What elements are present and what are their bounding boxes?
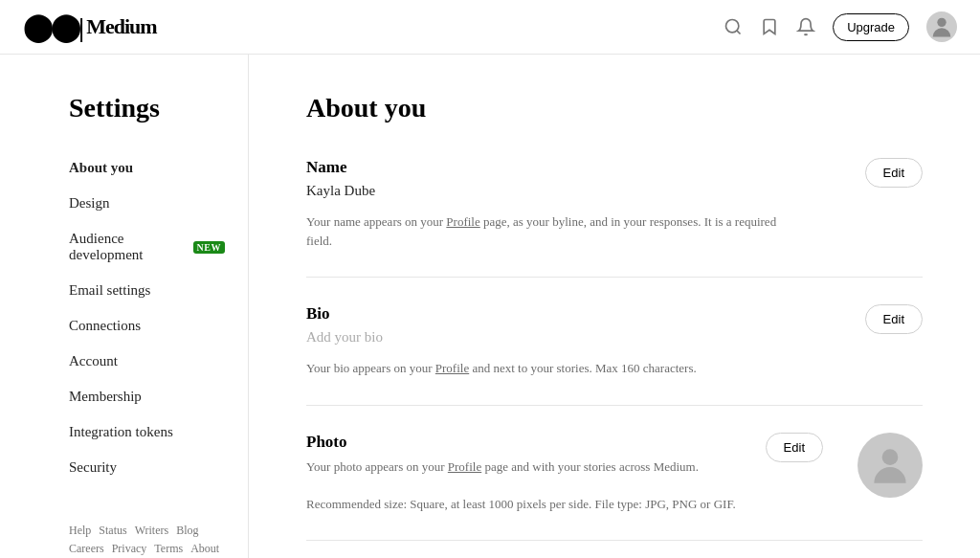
section-desc-photo: Your photo appears on your Profile page … bbox=[306, 458, 743, 514]
profile-link[interactable]: Profile bbox=[446, 214, 479, 229]
section-label-name: Name bbox=[306, 158, 785, 177]
footer-link-writers[interactable]: Writers bbox=[135, 524, 169, 538]
layout: Settings About youDesignAudience develop… bbox=[0, 55, 980, 558]
sidebar-item-design[interactable]: Design bbox=[69, 186, 225, 221]
logo[interactable]: ⬤⬤| Medium bbox=[23, 11, 157, 43]
sidebar-item-audience-development[interactable]: Audience developmentNew bbox=[69, 221, 225, 273]
sidebar-footer: HelpStatusWritersBlogCareersPrivacyTerms… bbox=[69, 504, 225, 556]
section-right-photo: Edit bbox=[743, 433, 923, 498]
header-right: Upgrade bbox=[724, 11, 957, 42]
sidebar-item-label: Connections bbox=[69, 318, 141, 334]
main-content: About you NameKayla DubeYour name appear… bbox=[249, 55, 980, 558]
footer-link-privacy[interactable]: Privacy bbox=[112, 542, 147, 556]
edit-button-photo[interactable]: Edit bbox=[766, 433, 823, 462]
footer-link-careers[interactable]: Careers bbox=[69, 542, 104, 556]
notification-icon[interactable] bbox=[796, 17, 815, 36]
edit-button-name[interactable]: Edit bbox=[865, 158, 923, 188]
search-icon[interactable] bbox=[724, 17, 743, 36]
footer-links: HelpStatusWritersBlogCareersPrivacyTerms… bbox=[69, 524, 225, 556]
edit-button-bio[interactable]: Edit bbox=[865, 304, 923, 334]
upgrade-button[interactable]: Upgrade bbox=[833, 13, 909, 41]
section-label-photo: Photo bbox=[306, 433, 743, 452]
profile-link[interactable]: Profile bbox=[448, 459, 481, 474]
sidebar-item-label: Security bbox=[69, 459, 117, 476]
bookmark-icon[interactable] bbox=[760, 17, 779, 36]
section-bio: BioAdd your bioYour bio appears on your … bbox=[306, 278, 923, 406]
logo-text: Medium bbox=[86, 14, 156, 39]
section-right-name: Edit bbox=[842, 158, 923, 188]
sidebar-item-membership[interactable]: Membership bbox=[69, 379, 225, 414]
section-desc-bio: Your bio appears on your Profile and nex… bbox=[306, 359, 785, 378]
footer-link-help[interactable]: Help bbox=[69, 524, 91, 538]
sidebar-nav: About youDesignAudience developmentNewEm… bbox=[69, 150, 225, 485]
sidebar-item-about-you[interactable]: About you bbox=[69, 150, 225, 186]
header: ⬤⬤| Medium Upgrade bbox=[0, 0, 980, 55]
page-title: About you bbox=[306, 93, 923, 123]
sidebar-item-account[interactable]: Account bbox=[69, 344, 225, 379]
sections-container: NameKayla DubeYour name appears on your … bbox=[306, 158, 923, 541]
footer-link-status[interactable]: Status bbox=[99, 524, 126, 538]
sidebar-item-email-settings[interactable]: Email settings bbox=[69, 273, 225, 308]
sidebar: Settings About youDesignAudience develop… bbox=[0, 55, 249, 558]
svg-point-0 bbox=[726, 20, 739, 33]
section-value-name: Kayla Dube bbox=[306, 183, 785, 199]
footer-link-terms[interactable]: Terms bbox=[154, 542, 183, 556]
photo-avatar bbox=[858, 433, 923, 498]
sidebar-item-label: Email settings bbox=[69, 282, 150, 299]
sidebar-item-label: About you bbox=[69, 160, 133, 176]
sidebar-item-label: Account bbox=[69, 353, 118, 369]
section-name: NameKayla DubeYour name appears on your … bbox=[306, 158, 923, 278]
sidebar-item-connections[interactable]: Connections bbox=[69, 308, 225, 344]
new-badge: New bbox=[193, 241, 225, 254]
sidebar-title: Settings bbox=[69, 93, 225, 123]
section-photo: PhotoYour photo appears on your Profile … bbox=[306, 406, 923, 542]
sidebar-item-label: Membership bbox=[69, 389, 142, 405]
sidebar-item-integration-tokens[interactable]: Integration tokens bbox=[69, 414, 225, 450]
sidebar-item-label: Integration tokens bbox=[69, 424, 173, 440]
section-content-bio: BioAdd your bioYour bio appears on your … bbox=[306, 304, 785, 378]
header-left: ⬤⬤| Medium bbox=[23, 11, 157, 43]
profile-link[interactable]: Profile bbox=[435, 361, 469, 375]
logo-icon: ⬤⬤| bbox=[23, 11, 82, 43]
svg-point-2 bbox=[937, 18, 946, 27]
section-right-bio: Edit bbox=[842, 304, 923, 334]
section-desc-name: Your name appears on your Profile page, … bbox=[306, 212, 785, 250]
sidebar-item-label: Design bbox=[69, 195, 110, 212]
avatar[interactable] bbox=[926, 11, 957, 42]
section-label-bio: Bio bbox=[306, 304, 785, 324]
svg-point-3 bbox=[882, 449, 899, 465]
sidebar-top: Settings About youDesignAudience develop… bbox=[69, 93, 225, 485]
section-content-name: NameKayla DubeYour name appears on your … bbox=[306, 158, 785, 250]
sidebar-item-label: Audience development bbox=[69, 231, 188, 263]
footer-link-about[interactable]: About bbox=[190, 542, 219, 556]
section-value-bio: Add your bio bbox=[306, 329, 785, 346]
sidebar-item-security[interactable]: Security bbox=[69, 450, 225, 485]
footer-link-blog[interactable]: Blog bbox=[176, 524, 198, 538]
svg-line-1 bbox=[737, 31, 741, 34]
section-content-photo: PhotoYour photo appears on your Profile … bbox=[306, 433, 743, 514]
